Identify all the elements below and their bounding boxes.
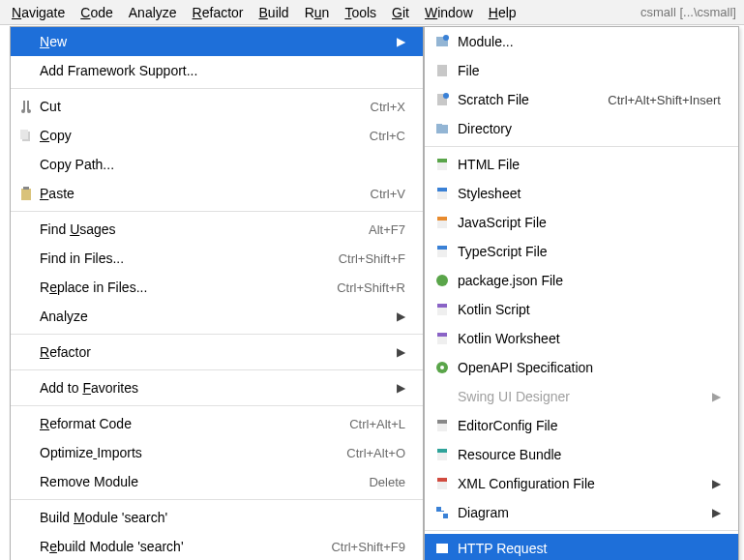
- file-menu-label: Optimize Imports: [40, 445, 335, 460]
- svg-rect-35: [437, 478, 447, 482]
- new-menu-label: XML Configuration File: [458, 476, 702, 491]
- new-menu-item-resource-bundle[interactable]: Resource Bundle: [425, 440, 738, 469]
- menubar-item-build[interactable]: Build: [252, 3, 297, 22]
- file-menu-item-add-to-favorites[interactable]: Add to Favorites▶: [11, 373, 423, 402]
- shortcut: Ctrl+Alt+Shift+Insert: [596, 93, 721, 107]
- new-menu-item-file[interactable]: File: [425, 56, 738, 85]
- new-menu-item-http-request[interactable]: HTTP Request: [425, 534, 738, 560]
- svg-point-29: [440, 366, 444, 369]
- file-menu-label: Add Framework Support...: [40, 63, 405, 78]
- svg-rect-31: [437, 420, 447, 424]
- menubar: NavigateCodeAnalyzeRefactorBuildRunTools…: [0, 0, 744, 25]
- cut-icon: [18, 99, 34, 114]
- file-menu-label: Find Usages: [40, 221, 357, 237]
- diagram-icon: [434, 505, 450, 520]
- file-menu-item-reformat-code[interactable]: Reformat CodeCtrl+Alt+L: [11, 409, 423, 438]
- menubar-item-run[interactable]: Run: [297, 3, 338, 22]
- file-menu-item-copy[interactable]: CopyCtrl+C: [11, 121, 423, 150]
- svg-rect-7: [23, 187, 29, 190]
- svg-rect-16: [437, 159, 447, 162]
- menubar-item-tools[interactable]: Tools: [337, 3, 384, 22]
- svg-rect-27: [437, 333, 447, 337]
- file-menu-item-find-in-files[interactable]: Find in Files...Ctrl+Shift+F: [11, 244, 423, 273]
- menubar-item-analyze[interactable]: Analyze: [121, 3, 185, 22]
- svg-rect-18: [437, 188, 447, 192]
- file-menu-item-refactor[interactable]: Refactor▶: [11, 338, 423, 367]
- svg-rect-5: [20, 130, 28, 139]
- file-menu-separator: [11, 334, 423, 335]
- new-menu-label: Resource Bundle: [458, 447, 721, 462]
- file-menu-item-cut[interactable]: CutCtrl+X: [11, 92, 423, 121]
- new-menu-item-kotlin-worksheet[interactable]: Kotlin Worksheet: [425, 324, 738, 353]
- file-menu-separator: [11, 88, 423, 89]
- new-menu-label: Directory: [458, 121, 721, 136]
- svg-point-12: [443, 93, 449, 99]
- new-menu-item-diagram[interactable]: Diagram▶: [425, 498, 738, 527]
- new-menu-item-xml-configuration-file[interactable]: XML Configuration File▶: [425, 469, 738, 498]
- new-menu-item-openapi-specification[interactable]: OpenAPI Specification: [425, 353, 738, 382]
- shortcut: Ctrl+Alt+L: [338, 417, 405, 431]
- file-menu-label: Refactor: [40, 344, 387, 360]
- new-menu-item-kotlin-script[interactable]: Kotlin Script: [425, 295, 738, 324]
- file-menu-item-build-module-search[interactable]: Build Module 'search': [11, 503, 423, 532]
- project-label: csmall [...\csmall]: [640, 5, 740, 19]
- new-menu-separator: [425, 146, 738, 147]
- file-menu-label: Reformat Code: [40, 416, 338, 431]
- html-icon: [434, 157, 450, 172]
- new-menu-label: EditorConfig File: [458, 418, 721, 433]
- new-menu-label: TypeScript File: [458, 244, 721, 259]
- file-menu-item-replace-in-files[interactable]: Replace in Files...Ctrl+Shift+R: [11, 273, 423, 302]
- menubar-item-code[interactable]: Code: [73, 3, 120, 22]
- file-menu-item-add-framework-support[interactable]: Add Framework Support...: [11, 56, 423, 85]
- file-menu-label: Paste: [40, 186, 359, 201]
- scratch-icon: [434, 92, 450, 107]
- submenu-arrow-icon: ▶: [387, 309, 405, 323]
- svg-rect-33: [437, 449, 447, 453]
- file-menu-item-find-usages[interactable]: Find UsagesAlt+F7: [11, 215, 423, 244]
- shortcut: Alt+F7: [357, 222, 405, 237]
- file-menu-item-optimize-imports[interactable]: Optimize ImportsCtrl+Alt+O: [11, 438, 423, 467]
- menubar-item-window[interactable]: Window: [417, 3, 481, 22]
- file-menu-separator: [11, 499, 423, 500]
- file-menu-item-remove-module[interactable]: Remove ModuleDelete: [11, 467, 423, 496]
- new-menu-label: Kotlin Script: [458, 302, 721, 317]
- new-menu-item-stylesheet[interactable]: Stylesheet: [425, 179, 738, 208]
- svg-rect-39: [436, 544, 448, 553]
- npm-icon: [434, 273, 450, 288]
- kotlin-icon: [434, 331, 450, 346]
- new-menu-item-editorconfig-file[interactable]: EditorConfig File: [425, 411, 738, 440]
- file-menu-label: New: [40, 34, 387, 49]
- menubar-item-git[interactable]: Git: [384, 3, 417, 22]
- svg-point-3: [27, 109, 31, 113]
- openapi-icon: [434, 360, 450, 375]
- svg-point-9: [443, 35, 449, 41]
- menubar-item-help[interactable]: Help: [481, 3, 524, 22]
- css-icon: [434, 186, 450, 201]
- new-menu-item-directory[interactable]: Directory: [425, 114, 738, 143]
- file-menu-item-copy-path[interactable]: Copy Path...: [11, 150, 423, 179]
- new-menu-label: Kotlin Worksheet: [458, 331, 721, 346]
- file-menu-item-new[interactable]: New▶: [11, 27, 423, 56]
- folder-icon: [434, 121, 450, 136]
- file-menu-item-rebuild-module-search[interactable]: Rebuild Module 'search'Ctrl+Shift+F9: [11, 532, 423, 560]
- new-menu-item-package-json-file[interactable]: package.json File: [425, 266, 738, 295]
- paste-icon: [18, 186, 34, 201]
- new-menu-label: HTTP Request: [458, 541, 721, 556]
- file-menu-separator: [11, 369, 423, 370]
- new-menu-item-javascript-file[interactable]: JavaScript File: [425, 208, 738, 237]
- new-menu-label: Stylesheet: [458, 186, 721, 201]
- svg-rect-20: [437, 217, 447, 221]
- file-menu-item-paste[interactable]: PasteCtrl+V: [11, 179, 423, 208]
- new-menu-item-html-file[interactable]: HTML File: [425, 150, 738, 179]
- menubar-item-refactor[interactable]: Refactor: [185, 3, 252, 22]
- file-menu-item-analyze[interactable]: Analyze▶: [11, 302, 423, 331]
- new-menu-item-typescript-file[interactable]: TypeScript File: [425, 237, 738, 266]
- api-icon: [434, 541, 450, 556]
- file-menu-label: Copy: [40, 128, 358, 143]
- new-menu-item-scratch-file[interactable]: Scratch FileCtrl+Alt+Shift+Insert: [425, 85, 738, 114]
- new-submenu: Module...FileScratch FileCtrl+Alt+Shift+…: [424, 26, 739, 560]
- svg-rect-38: [440, 511, 444, 512]
- shortcut: Ctrl+Shift+F: [327, 251, 405, 266]
- new-menu-item-module[interactable]: Module...: [425, 27, 738, 56]
- menubar-item-navigate[interactable]: Navigate: [4, 3, 73, 22]
